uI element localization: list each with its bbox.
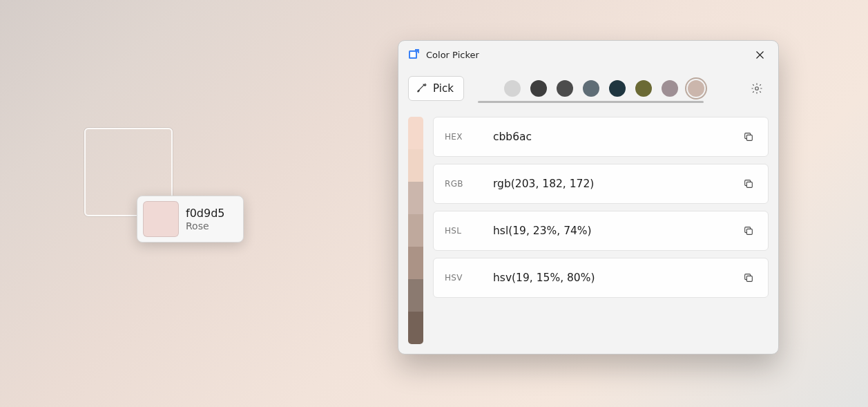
pick-button-label: Pick	[433, 82, 454, 95]
copy-button[interactable]	[737, 267, 760, 289]
format-rows: HEXcbb6acRGBrgb(203, 182, 172)HSLhsl(19,…	[433, 117, 769, 344]
svg-rect-5	[746, 229, 752, 234]
settings-button[interactable]	[745, 77, 769, 100]
history-swatch[interactable]	[530, 80, 547, 97]
color-picker-window: Color Picker Pick	[398, 40, 779, 354]
format-label: HSL	[445, 226, 493, 236]
close-button[interactable]	[744, 44, 775, 66]
toolbar: Pick	[398, 68, 778, 108]
eyedropper-hex: f0d9d5	[186, 207, 224, 220]
history-swatch[interactable]	[662, 80, 678, 97]
format-row: HSVhsv(19, 15%, 80%)	[433, 258, 769, 298]
shade-swatch[interactable]	[408, 149, 423, 182]
shade-swatch[interactable]	[408, 117, 423, 149]
eyedropper-color-name: Rose	[186, 220, 224, 231]
shade-swatch[interactable]	[408, 247, 423, 279]
eyedropper-tooltip: f0d9d5 Rose	[137, 196, 244, 243]
eyedropper-icon	[416, 82, 427, 96]
copy-button[interactable]	[737, 173, 760, 195]
format-label: HSV	[445, 273, 493, 283]
shade-swatch[interactable]	[408, 214, 423, 247]
svg-rect-4	[746, 182, 752, 187]
format-value: hsl(19, 23%, 74%)	[493, 225, 737, 237]
history-scrollbar[interactable]	[478, 101, 704, 103]
color-history	[472, 80, 737, 97]
window-title: Color Picker	[426, 50, 744, 60]
shade-swatch[interactable]	[408, 312, 423, 344]
history-swatch[interactable]	[504, 80, 521, 97]
svg-point-2	[755, 87, 759, 91]
format-row: RGBrgb(203, 182, 172)	[433, 164, 769, 204]
app-icon	[408, 49, 419, 60]
eyedropper-swatch-chip	[143, 201, 179, 237]
shade-swatch[interactable]	[408, 279, 423, 312]
format-row: HEXcbb6ac	[433, 117, 769, 157]
format-value: rgb(203, 182, 172)	[493, 178, 737, 190]
history-swatch[interactable]	[688, 80, 704, 97]
history-swatch[interactable]	[609, 80, 626, 97]
format-label: RGB	[445, 179, 493, 189]
format-value: hsv(19, 15%, 80%)	[493, 272, 737, 284]
svg-rect-3	[746, 135, 752, 140]
history-swatch[interactable]	[635, 80, 652, 97]
titlebar: Color Picker	[398, 41, 778, 68]
shade-strip	[408, 117, 423, 344]
history-swatch[interactable]	[583, 80, 599, 97]
format-value: cbb6ac	[493, 131, 737, 143]
copy-button[interactable]	[737, 126, 760, 148]
format-label: HEX	[445, 132, 493, 142]
history-swatch[interactable]	[557, 80, 573, 97]
shade-swatch[interactable]	[408, 182, 423, 214]
svg-rect-6	[746, 276, 752, 281]
pick-button[interactable]: Pick	[408, 76, 464, 101]
svg-rect-1	[410, 52, 416, 57]
format-row: HSLhsl(19, 23%, 74%)	[433, 211, 769, 251]
copy-button[interactable]	[737, 220, 760, 242]
